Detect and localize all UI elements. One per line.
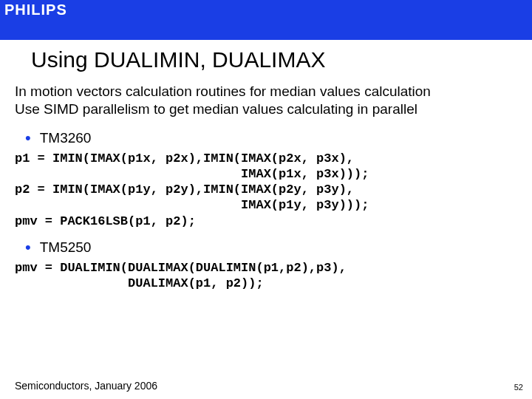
bullet-tm5250: • TM5250	[0, 235, 532, 259]
header-bar: PHILIPS	[0, 0, 532, 40]
bullet-tm5250-label: TM5250	[40, 239, 92, 256]
brand-logo: PHILIPS	[0, 0, 72, 21]
brand-logo-text: PHILIPS	[4, 1, 67, 18]
code-block-tm3260: p1 = IMIN(IMAX(p1x, p2x),IMIN(IMAX(p2x, …	[0, 149, 532, 235]
page-number: 52	[514, 383, 523, 392]
bullet-tm3260-label: TM3260	[40, 130, 92, 146]
intro-line-1: In motion vectors calculation routines f…	[15, 83, 517, 100]
intro-line-2: Use SIMD parallelism to get median value…	[15, 100, 517, 118]
slide-title: Using DUALIMIN, DUALIMAX	[0, 47, 532, 83]
bullet-tm3260: • TM3260	[0, 126, 532, 149]
footer-text: Semiconductors, January 2006	[15, 380, 157, 392]
code-block-tm5250: pmv = DUALIMIN(DUALIMAX(DUALIMIN(p1,p2),…	[0, 259, 532, 298]
bullet-dot-icon: •	[25, 130, 31, 146]
slide-footer: Semiconductors, January 2006 52	[15, 380, 523, 392]
bullet-dot-icon: •	[25, 239, 31, 256]
intro-paragraph: In motion vectors calculation routines f…	[0, 83, 532, 126]
slide-body: Using DUALIMIN, DUALIMAX In motion vecto…	[0, 40, 532, 399]
